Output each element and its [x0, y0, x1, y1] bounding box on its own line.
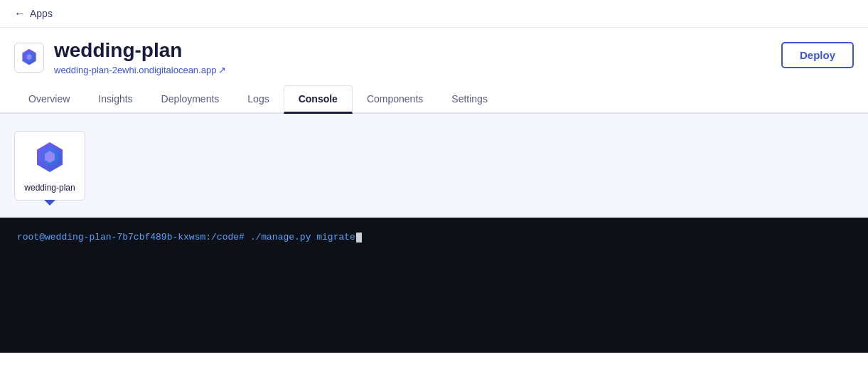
top-nav: ← Apps — [0, 0, 868, 28]
tab-console[interactable]: Console — [284, 85, 353, 114]
terminal[interactable]: root@wedding-plan-7b7cbf489b-kxwsm:/code… — [0, 218, 868, 353]
tab-deployments[interactable]: Deployments — [147, 86, 234, 114]
terminal-line: root@wedding-plan-7b7cbf489b-kxwsm:/code… — [17, 232, 851, 242]
terminal-prompt: root@wedding-plan-7b7cbf489b-kxwsm:/code… — [17, 232, 355, 242]
header: wedding-plan wedding-plan-2ewhi.ondigita… — [0, 28, 868, 75]
back-link[interactable]: ← Apps — [14, 7, 53, 20]
tabs-bar: Overview Insights Deployments Logs Conso… — [0, 85, 868, 114]
back-arrow-icon: ← — [14, 7, 26, 20]
component-icon — [31, 140, 68, 177]
app-icon-box — [14, 43, 44, 73]
tab-overview[interactable]: Overview — [14, 86, 84, 114]
back-label: Apps — [30, 8, 53, 19]
app-url-link[interactable]: wedding-plan-2ewhi.ondigitalocean.app ↗ — [54, 65, 226, 75]
app-url-text: wedding-plan-2ewhi.ondigitalocean.app — [54, 65, 216, 75]
external-link-icon: ↗ — [218, 65, 226, 75]
app-icon — [19, 48, 39, 68]
tab-logs[interactable]: Logs — [233, 86, 283, 114]
tab-insights[interactable]: Insights — [84, 86, 146, 114]
component-card-label: wedding-plan — [24, 183, 75, 193]
tab-settings[interactable]: Settings — [437, 86, 502, 114]
header-title-group: wedding-plan wedding-plan-2ewhi.ondigita… — [54, 39, 226, 75]
header-left: wedding-plan wedding-plan-2ewhi.ondigita… — [14, 39, 226, 75]
terminal-cursor — [356, 233, 362, 242]
app-title: wedding-plan — [54, 39, 226, 62]
tab-components[interactable]: Components — [353, 86, 437, 114]
deploy-button[interactable]: Deploy — [781, 42, 854, 68]
card-selected-indicator — [44, 200, 55, 206]
console-panel: wedding-plan — [0, 114, 868, 218]
component-card-wedding-plan[interactable]: wedding-plan — [14, 131, 85, 201]
